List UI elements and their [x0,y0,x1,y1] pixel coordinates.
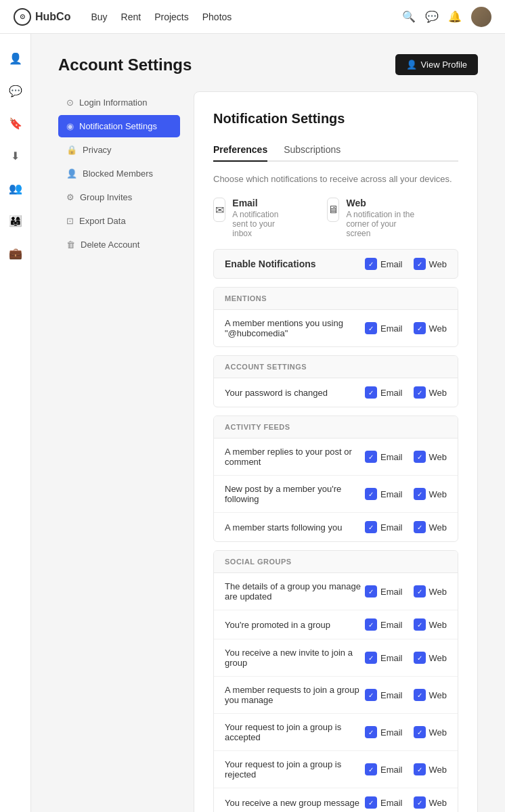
notif-email-check[interactable]: ✓Email [365,618,403,631]
nav-item-notifications[interactable]: ◉ Notification Settings [58,115,180,137]
check-label: Email [380,587,403,597]
notif-web-check[interactable]: ✓Web [414,386,447,399]
notif-web-check[interactable]: ✓Web [414,618,447,631]
check-label: Web [429,522,447,533]
table-row: New post by a member you're following✓Em… [214,476,458,513]
notif-email-check[interactable]: ✓Email [365,322,403,334]
check-label: Web [429,259,447,269]
notif-email-check[interactable]: ✓Email [365,763,403,775]
check-label: Web [429,587,447,597]
check-icon: ✓ [414,652,426,664]
notif-web-check[interactable]: ✓Web [414,652,447,664]
nav-item-group-invites[interactable]: ⚙ Group Invites [58,186,180,208]
page-title: Account Settings [58,55,192,74]
notif-web-check[interactable]: ✓Web [414,689,447,701]
table-row: Your request to join a group is accepted… [214,714,458,751]
web-channel: 🖥 Web A notification in the corner of yo… [327,198,418,238]
nav-projects[interactable]: Projects [154,12,189,22]
enable-web-check[interactable]: ✓ Web [414,258,447,270]
check-label: Email [380,388,403,398]
enable-notifications-label: Enable Notifications [225,258,316,269]
check-label: Email [380,522,403,533]
check-label: Email [380,620,403,630]
email-channel-desc: A notification sent to your inbox [232,210,286,238]
web-channel-name: Web [346,198,418,208]
sidebar-icon-download[interactable]: ⬇ [5,145,26,166]
notif-checkboxes: ✓Email✓Web [365,322,447,334]
check-label: Web [429,798,447,808]
enable-notifications-row: Enable Notifications ✓ Email ✓ Web [213,249,458,279]
tab-subscriptions[interactable]: Subscriptions [284,139,341,162]
logo[interactable]: ⊙ HubCo [14,8,70,26]
delete-icon: 🗑 [66,240,75,250]
table-row: A member requests to join a group you ma… [214,677,458,714]
notif-web-check[interactable]: ✓Web [414,521,447,533]
nav-item-blocked[interactable]: 👤 Blocked Members [58,162,180,185]
notif-email-check[interactable]: ✓Email [365,796,403,809]
enable-email-check[interactable]: ✓ Email [365,258,403,270]
table-row: A member mentions you using "@hubcomedia… [214,310,458,346]
nav-photos[interactable]: Photos [202,12,232,22]
main-content: Account Settings 👤 View Profile ⊙ Login … [31,34,505,812]
notif-email-check[interactable]: ✓Email [365,488,403,500]
notif-row-label: The details of a group you manage are up… [225,581,365,602]
nav-item-privacy[interactable]: 🔒 Privacy [58,139,180,161]
check-icon: ✓ [365,726,377,738]
sidebar-icon-people[interactable]: 👥 [5,177,26,199]
notif-email-check[interactable]: ✓Email [365,585,403,597]
logo-text: HubCo [35,11,70,23]
check-label: Web [429,323,447,334]
notif-web-check[interactable]: ✓Web [414,726,447,738]
nav-rent[interactable]: Rent [121,12,141,22]
notif-email-check[interactable]: ✓Email [365,451,403,463]
page-wrapper: 👤 💬 🔖 ⬇ 👥 👨‍👩‍👧 💼 ⚙ Account Settings 👤 V… [0,34,505,812]
nav-item-login[interactable]: ⊙ Login Information [58,91,180,114]
notif-email-check[interactable]: ✓Email [365,689,403,701]
chat-icon[interactable]: 💬 [425,10,439,24]
sidebar-icon-briefcase[interactable]: 💼 [5,242,26,264]
notif-web-check[interactable]: ✓Web [414,451,447,463]
check-label: Web [429,489,447,499]
check-icon: ✓ [365,451,377,463]
notif-web-check[interactable]: ✓Web [414,322,447,334]
search-icon[interactable]: 🔍 [402,10,416,24]
nav-item-export[interactable]: ⊡ Export Data [58,210,180,232]
check-label: Email [380,653,403,663]
check-icon: ✓ [365,796,377,809]
notif-web-check[interactable]: ✓Web [414,796,447,809]
notif-web-check[interactable]: ✓Web [414,488,447,500]
nav-item-label: Notification Settings [79,121,157,131]
notif-email-check[interactable]: ✓Email [365,521,403,533]
check-label: Web [429,620,447,630]
sidebar-icon-bookmark[interactable]: 🔖 [5,112,26,134]
table-row: Your request to join a group is rejected… [214,751,458,788]
nav-buy[interactable]: Buy [91,12,107,22]
avatar[interactable] [471,7,491,27]
notif-web-check[interactable]: ✓Web [414,585,447,597]
notif-checkboxes: ✓Email✓Web [365,488,447,500]
notif-checkboxes: ✓Email✓Web [365,689,447,701]
table-row: A member replies to your post or comment… [214,438,458,476]
sidebar-icon-chat[interactable]: 💬 [5,80,26,102]
section-header-activity-feeds: ACTIVITY FEEDS [214,416,458,438]
notif-email-check[interactable]: ✓Email [365,726,403,738]
sidebar-icon-user[interactable]: 👤 [5,47,26,69]
notif-web-check[interactable]: ✓Web [414,763,447,775]
nav-item-delete[interactable]: 🗑 Delete Account [58,233,180,256]
notif-checkboxes: ✓Email✓Web [365,726,447,738]
check-icon: ✓ [365,618,377,631]
notif-email-check[interactable]: ✓Email [365,652,403,664]
notif-checkboxes: ✓Email✓Web [365,451,447,463]
tab-preferences[interactable]: Preferences [213,139,267,162]
check-label: Web [429,765,447,775]
view-profile-button[interactable]: 👤 View Profile [395,54,478,75]
bell-icon[interactable]: 🔔 [448,10,462,24]
check-icon: ✓ [365,689,377,701]
check-icon: ✓ [414,386,426,399]
notif-email-check[interactable]: ✓Email [365,386,403,399]
web-icon: 🖥 [327,198,340,222]
check-icon: ✓ [365,258,377,270]
check-label: Email [380,452,403,462]
sidebar-icon-group[interactable]: 👨‍👩‍👧 [5,210,26,231]
group-invites-icon: ⚙ [66,192,74,202]
